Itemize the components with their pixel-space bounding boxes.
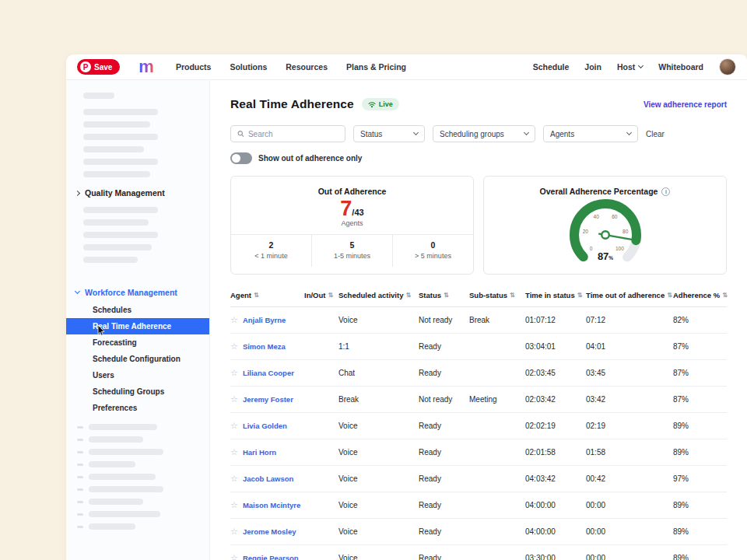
agent-name-link[interactable]: Simon Meza <box>243 342 286 351</box>
table-row[interactable]: ☆ Reggie Pearson Voice Ready 03:30:00 00… <box>230 545 727 560</box>
star-icon[interactable]: ☆ <box>230 368 238 378</box>
main-content: Real Time Adherence Live View adherence … <box>210 80 747 560</box>
status-cell: Ready <box>419 342 469 351</box>
status-cell: Ready <box>419 422 469 430</box>
time-in-status-cell: 02:01:58 <box>525 448 586 457</box>
clear-filters-link[interactable]: Clear <box>646 130 665 138</box>
out-of-adherence-card: Out of Adherence 7/43 Agents 2 < 1 minut… <box>230 176 474 275</box>
skeleton-bar <box>89 424 157 430</box>
time-in-status-cell: 04:00:00 <box>525 527 586 536</box>
sort-icon[interactable]: ⇅ <box>254 292 259 299</box>
sidebar-item-workforce-management[interactable]: Workforce Management <box>66 283 209 302</box>
time-in-status-cell: 04:03:42 <box>525 474 586 483</box>
gauge-tick-40: 40 <box>593 214 599 219</box>
nav-item-join[interactable]: Join <box>584 62 601 72</box>
star-icon[interactable]: ☆ <box>230 315 238 325</box>
agent-name-link[interactable]: Hari Horn <box>243 448 276 457</box>
sidebar-item-schedules[interactable]: Schedules <box>66 302 209 318</box>
column-header-status[interactable]: Status⇅ <box>419 291 469 299</box>
sidebar-item-real-time-adherence[interactable]: Real Time Adherence <box>66 318 209 334</box>
column-header-time-in-status[interactable]: Time in status⇅ <box>525 291 586 299</box>
column-label: Time out of adherence <box>586 291 665 299</box>
table-row[interactable]: ☆ Jacob Lawson Voice Ready 04:03:42 00:4… <box>230 466 727 492</box>
pinterest-save-button[interactable]: P Save <box>77 59 120 75</box>
column-header-adherence-percent[interactable]: Adherence %⇅ <box>673 291 727 299</box>
agent-name-link[interactable]: Jerome Mosley <box>243 527 296 536</box>
star-icon[interactable]: ☆ <box>230 474 238 484</box>
agent-name-link[interactable]: Reggie Pearson <box>243 554 299 560</box>
agent-name-link[interactable]: Jacob Lawson <box>243 474 293 483</box>
sidebar-item-forecasting[interactable]: Forecasting <box>66 334 209 351</box>
star-icon[interactable]: ☆ <box>230 527 238 537</box>
sidebar-item-quality-management[interactable]: Quality Management <box>66 184 209 202</box>
status-cell: Ready <box>419 554 469 560</box>
star-icon[interactable]: ☆ <box>230 500 238 510</box>
sort-icon[interactable]: ⇅ <box>510 292 515 299</box>
time-out-of-adherence-cell: 03:45 <box>586 369 673 377</box>
out-of-adherence-toggle[interactable] <box>230 152 252 164</box>
column-header-inout[interactable]: In/Out⇅ <box>304 291 338 299</box>
agent-name-link[interactable]: Liliana Cooper <box>243 369 294 377</box>
nav-item-products[interactable]: Products <box>176 62 212 72</box>
agent-name-link[interactable]: Jeremy Foster <box>243 395 293 404</box>
star-icon[interactable]: ☆ <box>230 447 238 457</box>
nav-item-host[interactable]: Host <box>617 62 643 72</box>
scheduling-groups-dropdown[interactable]: Scheduling groups <box>433 125 535 142</box>
nav-item-resources[interactable]: Resources <box>286 62 328 72</box>
table-row[interactable]: ☆ Anjali Byrne Voice Not ready Break 01:… <box>230 307 727 334</box>
adherence-gauge: 0 20 40 60 80 100 87% <box>539 196 672 271</box>
sidebar-item-users[interactable]: Users <box>66 367 209 383</box>
gauge-value: 87% <box>597 250 612 262</box>
navbar-right: Schedule Join Host Whiteboard <box>533 58 736 75</box>
sidebar-item-schedule-configuration[interactable]: Schedule Configuration <box>66 351 209 367</box>
status-dropdown[interactable]: Status <box>353 125 425 142</box>
sort-icon[interactable]: ⇅ <box>667 292 672 299</box>
sidebar-item-preferences[interactable]: Preferences <box>66 400 209 416</box>
nav-item-solutions[interactable]: Solutions <box>230 62 267 72</box>
time-in-status-cell: 02:02:19 <box>525 422 586 430</box>
user-avatar[interactable] <box>719 58 736 75</box>
nav-item-schedule[interactable]: Schedule <box>533 62 570 72</box>
table-row[interactable]: ☆ Jeremy Foster Break Not ready Meeting … <box>230 387 727 413</box>
agent-name-link[interactable]: Maison Mcintyre <box>243 501 300 509</box>
star-icon[interactable]: ☆ <box>230 394 238 404</box>
agent-name-link[interactable]: Livia Golden <box>243 422 287 430</box>
agents-dropdown[interactable]: Agents <box>543 125 638 142</box>
star-icon[interactable]: ☆ <box>230 421 238 431</box>
info-icon[interactable]: i <box>661 187 670 196</box>
star-icon[interactable]: ☆ <box>230 341 238 352</box>
skeleton-tick <box>77 526 83 528</box>
table-row[interactable]: ☆ Maison Mcintyre Voice Ready 04:00:00 0… <box>230 492 727 519</box>
nav-item-whiteboard[interactable]: Whiteboard <box>658 62 703 72</box>
column-header-scheduled-activity[interactable]: Scheduled activity⇅ <box>338 291 419 299</box>
pinterest-icon: P <box>80 61 91 72</box>
adherence-percent-cell: 97% <box>673 474 727 483</box>
table-row[interactable]: ☆ Simon Meza 1:1 Ready 03:04:01 04:01 87… <box>230 334 727 360</box>
brand-logo[interactable]: m <box>139 58 154 75</box>
sort-icon[interactable]: ⇅ <box>444 292 449 299</box>
status-cell: Ready <box>419 369 469 377</box>
table-row[interactable]: ☆ Hari Horn Voice Ready 02:01:58 01:58 8… <box>230 439 727 466</box>
table-row[interactable]: ☆ Livia Golden Voice Ready 02:02:19 02:1… <box>230 413 727 439</box>
scheduled-activity-cell: Chat <box>338 369 419 377</box>
search-input[interactable] <box>248 130 338 138</box>
time-in-status-cell: 04:00:00 <box>525 501 586 509</box>
sort-icon[interactable]: ⇅ <box>328 292 333 299</box>
table-row[interactable]: ☆ Jerome Mosley Voice Ready 04:00:00 00:… <box>230 519 727 545</box>
column-label: Scheduled activity <box>338 291 403 299</box>
sort-icon[interactable]: ⇅ <box>722 292 728 299</box>
column-header-sub-status[interactable]: Sub-status⇅ <box>469 291 525 299</box>
scheduled-activity-cell: Voice <box>338 422 419 430</box>
star-icon[interactable]: ☆ <box>230 553 238 560</box>
nav-item-plans-pricing[interactable]: Plans & Pricing <box>346 62 406 72</box>
skeleton-bar <box>83 93 114 99</box>
column-header-time-out-of-adherence[interactable]: Time out of adherence⇅ <box>586 291 673 299</box>
view-adherence-report-link[interactable]: View adherence report <box>644 100 727 109</box>
sidebar-item-scheduling-groups[interactable]: Scheduling Groups <box>66 383 209 400</box>
agent-name-link[interactable]: Anjali Byrne <box>243 316 286 324</box>
sort-icon[interactable]: ⇅ <box>405 292 411 299</box>
column-header-agent[interactable]: Agent⇅ <box>230 291 304 299</box>
sort-icon[interactable]: ⇅ <box>577 292 583 299</box>
skeleton-bar <box>89 436 143 443</box>
table-row[interactable]: ☆ Liliana Cooper Chat Ready 02:03:45 03:… <box>230 360 727 387</box>
